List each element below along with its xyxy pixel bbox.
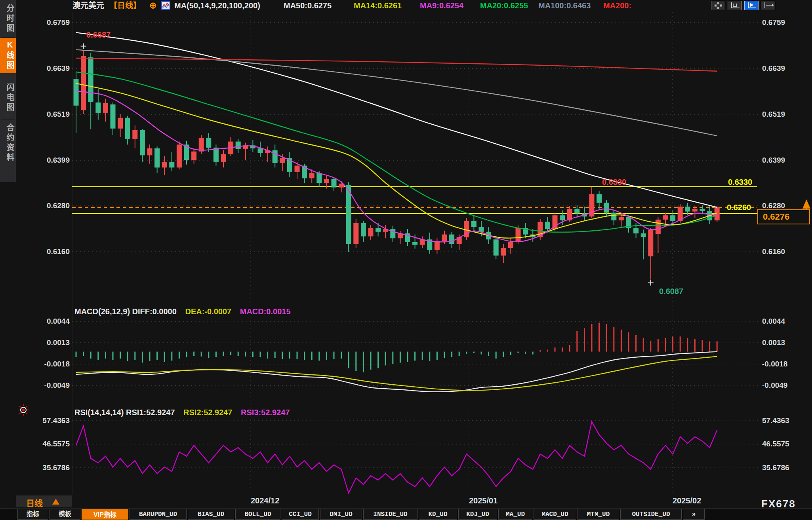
tab-overflow-more[interactable]: » (683, 509, 705, 520)
triangle-up-icon[interactable] (52, 499, 59, 505)
candle-body (376, 228, 381, 232)
macd-axis-label-right: 0.0044 (762, 317, 806, 326)
candle-body (560, 215, 565, 220)
candle-body (494, 239, 499, 256)
macd-pane-header: MACD(26,12,9) DIFF:0.0000 DEA:-0.0007 MA… (74, 307, 297, 316)
axis-shift-button[interactable] (761, 1, 775, 10)
alert-icon (19, 413, 21, 414)
rsi-axis-label-left: 46.5575 (32, 439, 70, 449)
ma-line-ma100 (76, 50, 717, 136)
ma9-value: MA9:0.6254 (420, 1, 463, 10)
candle-body (516, 228, 521, 242)
axis-play-button[interactable] (744, 1, 759, 10)
sidebar-item-lightning-chart[interactable]: 闪电图 (0, 81, 16, 115)
price-axis-label-right: 0.6759 (762, 18, 806, 27)
tab-mtm_ud[interactable]: MTM_UD (578, 509, 619, 520)
x-axis-date-2: 2025/01 (469, 496, 497, 505)
sidebar-item-kline-chart[interactable]: K线图 (0, 38, 16, 73)
target-icon[interactable]: ⊕ (149, 1, 156, 10)
candle-body (118, 118, 123, 129)
axis-play-icon (745, 1, 758, 10)
candle-body (611, 213, 616, 220)
chart-type-icon[interactable] (161, 1, 170, 10)
candle-body (619, 217, 624, 220)
rsi3-value: RSI3:52.9247 (241, 408, 290, 417)
candle-body (361, 223, 366, 237)
candle-body (670, 215, 675, 221)
tab-vip指标[interactable]: VIP指标 (82, 509, 128, 520)
period-tag[interactable]: 【日线】 (109, 1, 141, 10)
candle-body (280, 158, 285, 163)
candle-body (479, 227, 484, 232)
macd-axis-label-right: -0.0018 (762, 359, 806, 369)
tab-macd_ud[interactable]: MACD_UD (534, 509, 576, 520)
price-axis-label-right: 0.6639 (762, 64, 806, 73)
last-price-box: 0.6276 (757, 209, 810, 224)
candle-body (154, 148, 160, 167)
alert-icon (26, 406, 27, 407)
symbol-name: 澳元美元 (72, 1, 104, 10)
sidebar-item-contract-info[interactable]: 合约资料 (0, 121, 16, 165)
candle-body (206, 138, 211, 148)
ma200-value: MA200: (603, 1, 631, 10)
macd-title: MACD(26,12,9) DIFF:0.0000 (74, 307, 177, 316)
candle-body (692, 209, 698, 212)
candle-body (316, 173, 322, 183)
crosshair-grid-icon (711, 1, 725, 10)
tab-bias_ud[interactable]: BIAS_UD (188, 509, 234, 520)
tab-outside_ud[interactable]: OUTSIDE_UD (620, 509, 682, 520)
tab-boll_ud[interactable]: BOLL_UD (235, 509, 280, 520)
price-axis-label-left: 0.6160 (32, 247, 70, 256)
tab-cci_ud[interactable]: CCI_UD (282, 509, 319, 520)
tab-指标[interactable]: 指标 (17, 509, 48, 520)
axis-scale-button[interactable] (728, 1, 742, 10)
tab-kdj_ud[interactable]: KDJ_UD (458, 509, 497, 520)
candle-body (353, 223, 358, 244)
candle-body (147, 148, 152, 155)
tab-barupdn_ud[interactable]: BARUPDN_UD (130, 509, 187, 520)
tab-inside_ud[interactable]: INSIDE_UD (363, 509, 417, 520)
candle-body (449, 235, 454, 244)
ma50-value: MA50:0.6275 (284, 1, 332, 10)
candle-body (574, 209, 579, 214)
tab-ma_ud[interactable]: MA_UD (498, 509, 532, 520)
candle-body (604, 203, 609, 213)
axis-shift-icon (761, 1, 775, 10)
chart-application: 分时图 K线图 闪电图 合约资料 澳元美元 【日线】 ⊕ MA(50,14,9,… (0, 0, 812, 520)
candle-body (309, 173, 315, 178)
tab-模板[interactable]: 模板 (50, 509, 80, 520)
sidebar: 分时图 K线图 闪电图 合约资料 (0, 0, 16, 182)
candle-body (332, 179, 337, 187)
price-axis-label-left: 0.6519 (32, 110, 70, 119)
candle-body (648, 230, 653, 256)
candle-body (368, 228, 374, 236)
price-axis-label-left: 0.6759 (32, 18, 70, 27)
macd-axis-label-left: -0.0018 (32, 359, 70, 369)
candle-body (324, 179, 329, 183)
candle-body (390, 229, 395, 238)
candle-body (656, 220, 661, 234)
price-axis-label-right: 0.6519 (762, 110, 806, 119)
candle-body (221, 154, 226, 162)
zigzag-icon (162, 2, 170, 9)
sidebar-separator (1, 37, 15, 38)
candle-body (412, 242, 417, 245)
rsi-axis-label-left: 57.4363 (32, 416, 70, 425)
period-label[interactable]: 日线 (26, 497, 43, 509)
ma14-value: MA14:0.6261 (354, 1, 402, 10)
candle-body (81, 56, 86, 110)
tab-dmi_ud[interactable]: DMI_UD (320, 509, 362, 520)
alert-icon (26, 413, 27, 414)
chart-canvas[interactable] (0, 0, 812, 520)
candle-body (435, 241, 440, 250)
candle-body (132, 130, 137, 139)
grid-tool-button[interactable] (711, 1, 725, 10)
alert-icon (22, 409, 25, 412)
candle-body (140, 130, 145, 156)
alert-icon (19, 406, 21, 407)
sidebar-item-time-chart[interactable]: 分时图 (0, 2, 16, 36)
candle-body (633, 228, 639, 233)
rsi-line (76, 421, 717, 493)
tab-kd_ud[interactable]: KD_UD (419, 509, 457, 520)
candle-body (663, 215, 668, 220)
